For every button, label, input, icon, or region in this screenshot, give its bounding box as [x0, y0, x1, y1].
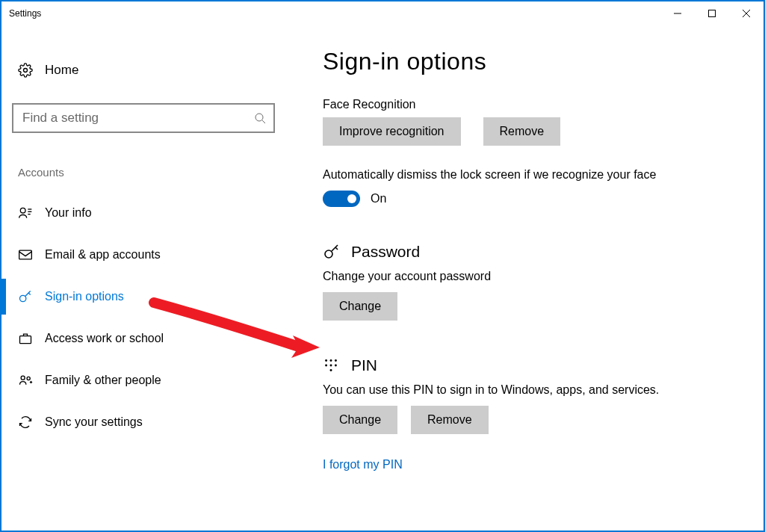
mail-icon	[18, 247, 45, 262]
sidebar-item-label: Access work or school	[45, 332, 164, 345]
svg-point-18	[325, 250, 332, 258]
password-heading-text: Password	[351, 243, 420, 261]
minimize-icon	[673, 9, 682, 18]
window-controls	[660, 1, 764, 25]
sidebar-item-label: Family & other people	[45, 374, 161, 387]
svg-point-19	[325, 359, 327, 362]
svg-point-12	[20, 295, 26, 301]
home-nav[interactable]: Home	[12, 54, 275, 87]
svg-point-20	[330, 359, 332, 362]
password-heading: Password	[323, 243, 741, 261]
maximize-icon	[707, 9, 716, 18]
sidebar-item-label: Sign-in options	[45, 290, 124, 303]
person-card-icon	[18, 205, 45, 220]
people-icon	[18, 373, 45, 388]
sidebar-item-label: Sync your settings	[45, 415, 143, 429]
improve-recognition-button[interactable]: Improve recognition	[323, 117, 461, 146]
sidebar-item-sync[interactable]: Sync your settings	[12, 401, 275, 443]
sidebar-item-your-info[interactable]: Your info	[12, 192, 275, 234]
pin-heading: PIN	[323, 356, 741, 374]
svg-rect-11	[19, 250, 32, 259]
svg-rect-13	[20, 336, 31, 344]
change-pin-button[interactable]: Change	[323, 406, 397, 434]
briefcase-icon	[18, 331, 45, 346]
page-title: Sign-in options	[323, 48, 741, 75]
sidebar-item-email[interactable]: Email & app accounts	[12, 234, 275, 276]
remove-pin-button[interactable]: Remove	[411, 406, 489, 434]
pin-desc: You can use this PIN to sign in to Windo…	[323, 383, 741, 397]
sidebar-item-label: Your info	[45, 206, 92, 220]
sync-icon	[18, 415, 45, 430]
forgot-pin-link[interactable]: I forgot my PIN	[323, 458, 403, 471]
minimize-button[interactable]	[660, 1, 695, 25]
content-pane: Sign-in options Face Recognition Improve…	[285, 25, 764, 531]
password-desc: Change your account password	[323, 270, 741, 283]
sidebar-item-family[interactable]: Family & other people	[12, 359, 275, 401]
search-box[interactable]	[12, 103, 275, 133]
auto-dismiss-desc: Automatically dismiss the lock screen if…	[323, 168, 741, 182]
svg-point-24	[335, 365, 337, 367]
search-input[interactable]	[21, 110, 254, 126]
svg-point-22	[325, 365, 327, 367]
maximize-button[interactable]	[695, 1, 729, 25]
settings-window: Settings Home	[0, 0, 765, 532]
svg-point-7	[20, 208, 25, 213]
svg-point-23	[330, 365, 332, 367]
svg-point-25	[330, 369, 332, 371]
key-icon	[18, 289, 45, 304]
svg-point-4	[24, 69, 28, 72]
close-icon	[742, 9, 751, 18]
svg-rect-1	[709, 10, 716, 17]
toggle-state-label: On	[371, 192, 386, 205]
svg-point-21	[335, 359, 337, 362]
close-button[interactable]	[729, 1, 764, 25]
search-icon	[254, 112, 266, 124]
home-label: Home	[45, 63, 78, 78]
sidebar: Home Accounts Your info	[1, 25, 285, 531]
auto-dismiss-toggle[interactable]	[323, 191, 360, 207]
sidebar-item-label: Email & app accounts	[45, 248, 161, 262]
face-label: Face Recognition	[323, 98, 741, 111]
sidebar-item-work-school[interactable]: Access work or school	[12, 318, 275, 359]
sidebar-item-signin[interactable]: Sign-in options	[12, 276, 275, 318]
change-password-button[interactable]: Change	[323, 292, 397, 321]
svg-point-14	[21, 376, 25, 380]
pin-heading-text: PIN	[351, 356, 377, 374]
gear-icon	[18, 63, 45, 78]
svg-line-6	[262, 120, 265, 123]
pin-keypad-icon	[323, 357, 342, 374]
titlebar: Settings	[1, 1, 764, 25]
remove-face-button[interactable]: Remove	[483, 117, 561, 146]
key-icon	[323, 243, 342, 261]
svg-point-15	[27, 377, 30, 380]
window-title: Settings	[9, 8, 41, 19]
sidebar-section-label: Accounts	[12, 166, 275, 179]
svg-point-5	[255, 114, 263, 121]
